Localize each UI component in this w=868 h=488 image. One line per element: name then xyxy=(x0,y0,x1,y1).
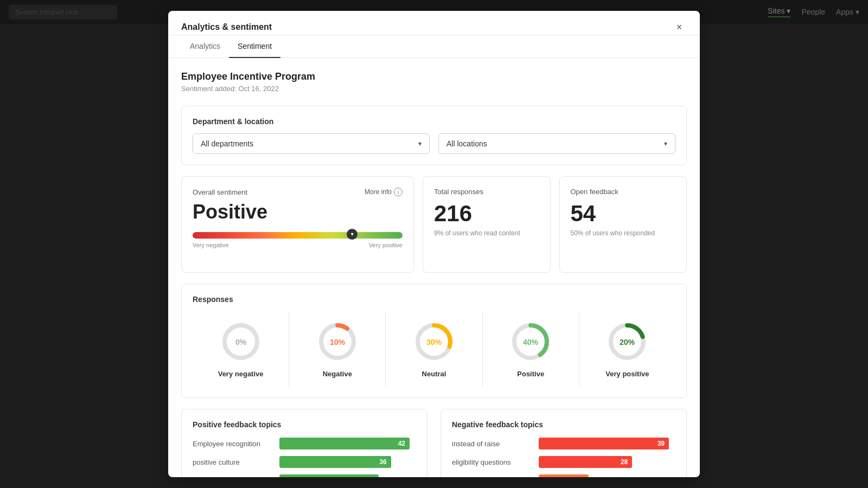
open-feedback-sub: 50% of users who responded xyxy=(571,229,676,237)
overall-label: Overall sentiment xyxy=(193,188,247,196)
donut-cell-very-positive: 20% Very positive xyxy=(579,311,675,387)
feedback-item-label: director level xyxy=(452,477,533,478)
feedback-row: Positive feedback topics Employee recogn… xyxy=(181,409,687,477)
feedback-bar-wrap: 15 xyxy=(539,474,675,477)
feedback-bar: 39 xyxy=(539,438,669,450)
responses-section: Responses 0% Very negative 10% Negative … xyxy=(181,284,687,398)
gradient-bar-container: ▼ Very negative Very positive xyxy=(193,232,403,248)
donut-cell-negative: 10% Negative xyxy=(289,311,386,387)
open-feedback-value: 54 xyxy=(571,202,676,225)
feedback-item: eligibility questions 28 xyxy=(452,456,675,468)
positive-topics-title: Positive feedback topics xyxy=(193,420,416,429)
feedback-bar: 36 xyxy=(279,456,391,468)
donut-cell-very-negative: 0% Very negative xyxy=(193,311,289,387)
svg-text:40%: 40% xyxy=(523,338,539,346)
svg-text:0%: 0% xyxy=(235,338,246,346)
modal-header: Analytics & sentiment × xyxy=(168,11,700,35)
feedback-item: appreciate program 32 xyxy=(193,474,416,477)
feedback-item-label: positive culture xyxy=(193,458,274,466)
dept-location-title: Department & location xyxy=(193,117,675,126)
donut-label-negative: Negative xyxy=(323,370,352,378)
feedback-item-label: eligibility questions xyxy=(452,458,533,466)
donut-label-neutral: Neutral xyxy=(422,370,446,378)
feedback-item: director level 15 xyxy=(452,474,675,477)
open-feedback-label: Open feedback xyxy=(571,188,676,196)
donut-label-very-positive: Very positive xyxy=(605,370,649,378)
feedback-bar: 28 xyxy=(539,456,632,468)
close-button[interactable]: × xyxy=(672,20,687,35)
donut-chart-positive: 40% xyxy=(509,320,552,363)
sentiment-value: Positive xyxy=(193,201,403,223)
donut-chart-very-positive: 20% xyxy=(605,320,649,363)
donut-label-positive: Positive xyxy=(517,370,544,378)
dept-location-section: Department & location All departments ▾ … xyxy=(181,106,687,165)
donut-row: 0% Very negative 10% Negative 30% Neutra… xyxy=(193,311,675,387)
feedback-item: Employee recognition 42 xyxy=(193,438,416,450)
feedback-item: positive culture 36 xyxy=(193,456,416,468)
negative-topics-title: Negative feedback topics xyxy=(452,420,675,429)
modal-title: Analytics & sentiment xyxy=(181,22,272,32)
open-feedback-card: Open feedback 54 50% of users who respon… xyxy=(559,176,687,273)
gradient-bar-labels: Very negative Very positive xyxy=(193,242,403,248)
dept-dropdown[interactable]: All departments ▾ xyxy=(193,133,430,154)
program-subtitle: Sentiment added: Oct 16, 2022 xyxy=(181,85,687,93)
negative-bars: instead of raise 39 eligibility question… xyxy=(452,438,675,477)
svg-text:30%: 30% xyxy=(426,338,442,346)
feedback-bar-wrap: 36 xyxy=(279,456,416,468)
analytics-modal: Analytics & sentiment × Analytics Sentim… xyxy=(168,11,700,477)
dropdowns-row: All departments ▾ All locations ▾ xyxy=(193,133,675,154)
negative-topics-col: Negative feedback topics instead of rais… xyxy=(441,409,687,477)
tab-sentiment[interactable]: Sentiment xyxy=(229,35,280,58)
feedback-bar-value: 28 xyxy=(621,458,628,466)
feedback-item: instead of raise 39 xyxy=(452,438,675,450)
modal-tabs: Analytics Sentiment xyxy=(168,35,700,58)
chevron-down-icon: ▾ xyxy=(418,140,422,147)
gradient-bar: ▼ xyxy=(193,232,403,239)
feedback-bar: 15 xyxy=(539,474,589,477)
feedback-bar-value: 36 xyxy=(379,458,386,466)
chevron-down-icon: ▾ xyxy=(664,140,667,147)
positive-topics-col: Positive feedback topics Employee recogn… xyxy=(181,409,427,477)
modal-overlay: Analytics & sentiment × Analytics Sentim… xyxy=(0,0,868,488)
feedback-bar-wrap: 32 xyxy=(279,474,416,477)
feedback-item-label: appreciate program xyxy=(193,477,274,478)
total-responses-sub: 9% of users who read content xyxy=(434,229,539,237)
svg-text:10%: 10% xyxy=(330,338,346,346)
donut-label-very-negative: Very negative xyxy=(218,370,264,378)
donut-chart-very-negative: 0% xyxy=(219,320,263,363)
donut-cell-positive: 40% Positive xyxy=(483,311,579,387)
feedback-item-label: instead of raise xyxy=(452,440,533,448)
feedback-bar-wrap: 42 xyxy=(279,438,416,450)
location-dropdown[interactable]: All locations ▾ xyxy=(438,133,675,154)
svg-text:20%: 20% xyxy=(620,338,635,346)
program-title: Employee Incentive Program xyxy=(181,71,687,82)
modal-body: Employee Incentive Program Sentiment add… xyxy=(168,58,700,477)
total-responses-card: Total responses 216 9% of users who read… xyxy=(423,176,551,273)
overall-header: Overall sentiment More info i xyxy=(193,188,403,196)
donut-cell-neutral: 30% Neutral xyxy=(386,311,482,387)
feedback-bar: 42 xyxy=(279,438,410,450)
feedback-bar-value: 39 xyxy=(658,440,665,447)
responses-title: Responses xyxy=(193,295,675,304)
sentiment-marker: ▼ xyxy=(347,229,358,240)
feedback-bar-value: 15 xyxy=(577,477,584,477)
feedback-bar-value: 32 xyxy=(367,477,374,477)
feedback-bar-value: 42 xyxy=(398,440,405,447)
total-responses-value: 216 xyxy=(434,202,539,225)
positive-bars: Employee recognition 42 positive culture… xyxy=(193,438,416,477)
more-info-button[interactable]: More info i xyxy=(365,188,403,196)
overall-sentiment-card: Overall sentiment More info i Positive ▼… xyxy=(181,176,414,273)
total-responses-label: Total responses xyxy=(434,188,539,196)
donut-chart-neutral: 30% xyxy=(412,320,456,363)
feedback-bar-wrap: 28 xyxy=(539,456,675,468)
feedback-bar: 32 xyxy=(279,474,379,477)
feedback-bar-wrap: 39 xyxy=(539,438,675,450)
tab-analytics[interactable]: Analytics xyxy=(181,35,229,58)
donut-chart-negative: 10% xyxy=(316,320,359,363)
info-icon: i xyxy=(394,188,403,196)
feedback-item-label: Employee recognition xyxy=(193,440,274,448)
